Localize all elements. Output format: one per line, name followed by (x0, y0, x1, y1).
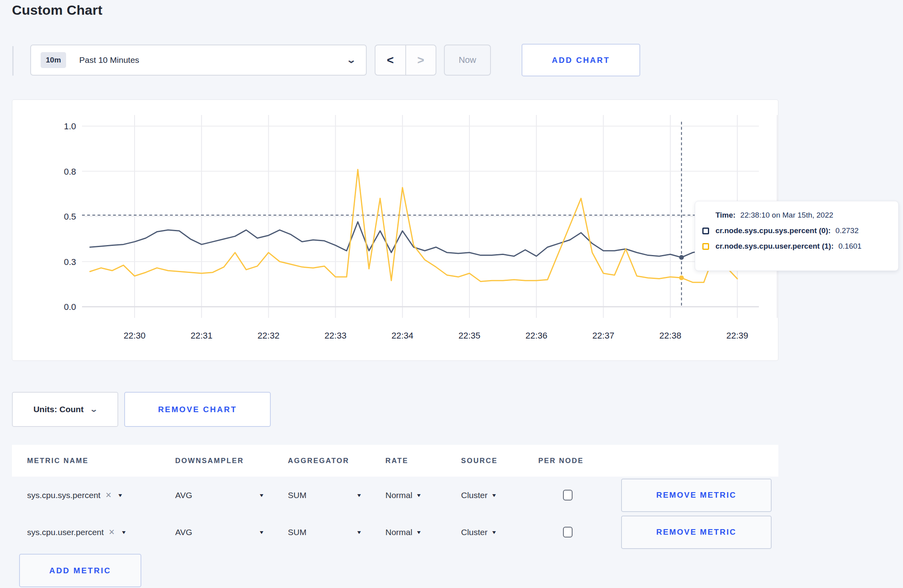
aggregator-dropdown[interactable]: SUM▼ (288, 491, 385, 500)
rate-value: Normal (385, 491, 412, 500)
time-range-badge: 10m (41, 52, 66, 68)
y-axis-tick-label: 0.8 (64, 167, 76, 177)
user-series-hover-dot (679, 275, 684, 280)
tooltip-time-label: Time: (715, 211, 735, 220)
x-axis-tick-label: 22:37 (592, 331, 614, 341)
add-metric-button[interactable]: ADD METRIC (19, 554, 141, 587)
metric-name-value: sys.cpu.sys.percent (27, 491, 100, 500)
chevron-right-icon: > (417, 53, 424, 67)
x-axis-tick-label: 22:30 (123, 331, 145, 341)
time-range-arrows: < > (375, 45, 436, 76)
table-row: sys.cpu.user.percent✕▼AVG▼SUM▼Normal▼Clu… (12, 514, 778, 551)
caret-down-icon: ▼ (356, 493, 362, 498)
col-source: SOURCE (461, 457, 538, 465)
metrics-chart-svg[interactable]: 22:3022:3122:3222:3322:3422:3522:3622:37… (12, 100, 778, 360)
tooltip-time-value: 22:38:10 on Mar 15th, 2022 (740, 211, 833, 220)
user-percent-line-series (90, 169, 737, 282)
x-axis-tick-label: 22:34 (391, 331, 413, 341)
caret-down-icon: ▼ (259, 530, 265, 535)
tooltip-series-value: 0.1601 (838, 242, 862, 251)
col-aggregator: AGGREGATOR (288, 457, 385, 465)
y-axis-tick-label: 0.0 (64, 302, 76, 312)
units-select[interactable]: Units: Count ⌄ (12, 392, 118, 427)
toolbar-divider (12, 46, 14, 76)
downsampler-value: AVG (175, 491, 192, 500)
col-downsampler: DOWNSAMPLER (175, 457, 288, 465)
clear-metric-icon[interactable]: ✕ (109, 528, 115, 537)
caret-down-icon: ▼ (416, 530, 422, 535)
aggregator-value: SUM (288, 528, 307, 537)
user-series-swatch-icon (702, 243, 709, 250)
page-title: Custom Chart (12, 2, 102, 18)
metrics-table-header: METRIC NAME DOWNSAMPLER AGGREGATOR RATE … (12, 445, 778, 477)
rate-value: Normal (385, 528, 412, 537)
x-axis-tick-label: 22:33 (324, 331, 346, 341)
units-label: Units: Count (33, 405, 84, 414)
source-dropdown[interactable]: Cluster▼ (461, 491, 538, 500)
sys-series-swatch-icon (702, 228, 709, 234)
custom-chart-page: Custom Chart 10m Past 10 Minutes ⌄ < > N… (0, 0, 903, 588)
prev-range-button[interactable]: < (375, 45, 406, 75)
sys-percent-line-series (90, 222, 737, 257)
per-node-cell (538, 490, 621, 500)
col-metric-name: METRIC NAME (27, 457, 175, 465)
chevron-down-icon: ⌄ (90, 407, 98, 411)
remove-metric-cell: REMOVE METRIC (621, 516, 778, 549)
next-range-button[interactable]: > (406, 45, 436, 75)
x-axis-tick-label: 22:39 (726, 331, 748, 341)
chart-card: 22:3022:3122:3222:3322:3422:3522:3622:37… (12, 99, 778, 361)
x-axis-tick-label: 22:35 (458, 331, 480, 341)
tooltip-series-value: 0.2732 (835, 226, 858, 235)
source-dropdown[interactable]: Cluster▼ (461, 528, 538, 537)
now-button[interactable]: Now (444, 45, 491, 76)
per-node-checkbox[interactable] (563, 490, 573, 500)
x-axis-tick-label: 22:32 (258, 331, 280, 341)
remove-metric-cell: REMOVE METRIC (621, 479, 778, 512)
caret-down-icon: ▼ (491, 530, 497, 535)
tooltip-series-name: cr.node.sys.cpu.sys.percent (0): (715, 226, 831, 235)
metric-name-value: sys.cpu.user.percent (27, 528, 104, 537)
per-node-checkbox[interactable] (563, 527, 573, 537)
tooltip-series-name: cr.node.sys.cpu.user.percent (1): (715, 242, 834, 251)
caret-down-icon: ▼ (356, 530, 362, 535)
remove-metric-button[interactable]: REMOVE METRIC (621, 516, 772, 549)
sys-series-hover-dot (679, 255, 684, 260)
caret-down-icon: ▼ (416, 493, 422, 498)
aggregator-value: SUM (288, 491, 307, 500)
caret-down-icon: ▼ (491, 493, 497, 498)
source-value: Cluster (461, 491, 488, 500)
downsampler-value: AVG (175, 528, 192, 537)
y-axis-tick-label: 1.0 (64, 121, 76, 131)
clear-metric-icon[interactable]: ✕ (105, 491, 111, 500)
rate-dropdown[interactable]: Normal▼ (385, 528, 461, 537)
col-per-node: PER NODE (538, 457, 621, 465)
source-value: Cluster (461, 528, 488, 537)
caret-down-icon: ▼ (259, 493, 265, 498)
caret-down-icon[interactable]: ▼ (121, 530, 127, 535)
downsampler-dropdown[interactable]: AVG▼ (175, 528, 288, 537)
remove-metric-button[interactable]: REMOVE METRIC (621, 479, 772, 512)
x-axis-tick-label: 22:36 (526, 331, 547, 341)
metrics-table-rows: sys.cpu.sys.percent✕▼AVG▼SUM▼Normal▼Clus… (12, 477, 778, 551)
downsampler-dropdown[interactable]: AVG▼ (175, 491, 288, 500)
metric-name-cell: sys.cpu.sys.percent✕▼ (27, 491, 175, 500)
per-node-cell (538, 527, 621, 537)
rate-dropdown[interactable]: Normal▼ (385, 491, 461, 500)
y-axis-tick-label: 0.3 (64, 257, 76, 267)
chevron-down-icon: ⌄ (346, 58, 356, 62)
aggregator-dropdown[interactable]: SUM▼ (288, 528, 385, 537)
time-range-select[interactable]: 10m Past 10 Minutes ⌄ (30, 45, 367, 76)
time-range-label: Past 10 Minutes (79, 55, 348, 65)
y-axis-tick-label: 0.5 (64, 212, 76, 222)
x-axis-tick-label: 22:38 (659, 331, 681, 341)
chart-tooltip: Time: 22:38:10 on Mar 15th, 2022 cr.node… (695, 201, 899, 271)
x-axis-tick-label: 22:31 (191, 331, 213, 341)
remove-chart-button[interactable]: REMOVE CHART (124, 392, 271, 427)
col-rate: RATE (385, 457, 461, 465)
table-row: sys.cpu.sys.percent✕▼AVG▼SUM▼Normal▼Clus… (12, 477, 778, 514)
metric-name-cell: sys.cpu.user.percent✕▼ (27, 528, 175, 537)
caret-down-icon[interactable]: ▼ (117, 493, 123, 498)
add-chart-button[interactable]: ADD CHART (522, 44, 640, 76)
chevron-left-icon: < (387, 53, 394, 67)
